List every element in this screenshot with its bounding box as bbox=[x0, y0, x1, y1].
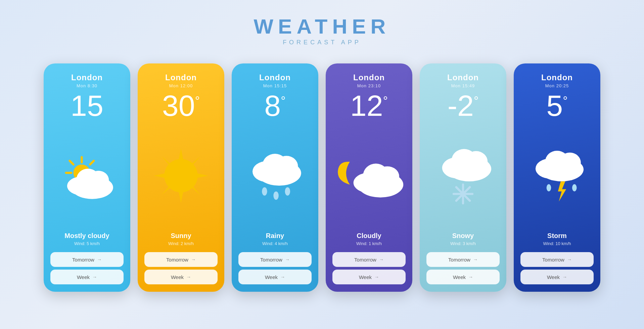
card-temp-4: 12° bbox=[350, 91, 388, 121]
card-buttons-2: Tomorrow → Week → bbox=[144, 252, 218, 284]
tomorrow-label-5: Tomorrow bbox=[448, 257, 470, 263]
svg-line-4 bbox=[70, 161, 74, 164]
tomorrow-arrow-6: → bbox=[567, 257, 572, 262]
card-condition-1: Mostly cloudy bbox=[64, 232, 109, 240]
svg-point-25 bbox=[275, 156, 298, 177]
svg-point-47 bbox=[572, 184, 577, 192]
card-condition-3: Rainy bbox=[266, 232, 284, 240]
weather-card-5: London Mon 15:49 -2° Snowy Wind: 3 km/h bbox=[420, 63, 506, 292]
svg-marker-48 bbox=[558, 182, 566, 202]
card-condition-6: Storm bbox=[547, 232, 567, 240]
card-buttons-1: Tomorrow → Week → bbox=[50, 252, 124, 284]
svg-point-36 bbox=[465, 151, 488, 172]
svg-line-6 bbox=[90, 161, 94, 164]
card-buttons-6: Tomorrow → Week → bbox=[520, 252, 594, 284]
card-wind-3: Wind: 4 km/h bbox=[262, 241, 288, 246]
tomorrow-button-4[interactable]: Tomorrow → bbox=[332, 252, 406, 267]
tomorrow-label-3: Tomorrow bbox=[260, 257, 282, 263]
week-arrow-3: → bbox=[280, 274, 285, 280]
card-buttons-5: Tomorrow → Week → bbox=[426, 252, 500, 284]
card-city-3: London bbox=[259, 73, 291, 82]
tomorrow-arrow-4: → bbox=[379, 257, 384, 262]
weather-icon-cloudy-moon bbox=[332, 121, 406, 231]
tomorrow-label-1: Tomorrow bbox=[72, 257, 94, 263]
weather-card-2: London Mon 12:00 30° Sunny Wind: 2 km/h bbox=[138, 63, 224, 292]
card-city-2: London bbox=[165, 73, 197, 82]
week-button-1[interactable]: Week → bbox=[50, 270, 124, 284]
week-button-4[interactable]: Week → bbox=[332, 270, 406, 284]
tomorrow-label-2: Tomorrow bbox=[166, 257, 188, 263]
card-wind-5: Wind: 3 km/h bbox=[450, 241, 476, 246]
card-wind-6: Wind: 10 km/h bbox=[543, 241, 571, 246]
svg-point-32 bbox=[375, 167, 399, 187]
card-wind-4: Wind: 1 km/h bbox=[356, 241, 382, 246]
svg-point-41 bbox=[460, 191, 466, 197]
weather-icon-snowy bbox=[426, 121, 500, 231]
app-title: WEATHER bbox=[254, 16, 390, 37]
svg-point-46 bbox=[547, 184, 551, 192]
week-label-3: Week bbox=[265, 274, 278, 280]
week-button-5[interactable]: Week → bbox=[426, 270, 500, 284]
card-temp-1: 15 bbox=[71, 91, 103, 121]
weather-card-6: London Mon 20:25 5° Storm Wind: 10 km/h … bbox=[514, 63, 600, 292]
card-condition-2: Sunny bbox=[171, 232, 191, 240]
card-city-5: London bbox=[447, 73, 479, 82]
weather-icon-sun bbox=[144, 121, 218, 231]
weather-icon-sunny-cloud bbox=[50, 121, 124, 231]
tomorrow-arrow-5: → bbox=[473, 257, 478, 262]
card-wind-1: Wind: 5 km/h bbox=[74, 241, 100, 246]
tomorrow-button-3[interactable]: Tomorrow → bbox=[238, 252, 312, 267]
week-button-6[interactable]: Week → bbox=[520, 270, 594, 284]
week-button-3[interactable]: Week → bbox=[238, 270, 312, 284]
tomorrow-label-6: Tomorrow bbox=[542, 257, 564, 263]
week-label-2: Week bbox=[171, 274, 184, 280]
week-arrow-4: → bbox=[374, 274, 379, 280]
card-city-4: London bbox=[353, 73, 385, 82]
svg-point-28 bbox=[285, 187, 290, 195]
week-label-6: Week bbox=[547, 274, 560, 280]
svg-point-12 bbox=[88, 171, 109, 190]
week-label-5: Week bbox=[453, 274, 466, 280]
weather-card-4: London Mon 23:10 12° Cloudly Wind: 1 km/… bbox=[326, 63, 412, 292]
card-city-6: London bbox=[541, 73, 573, 82]
card-condition-4: Cloudly bbox=[357, 232, 381, 240]
app-subtitle: FORECAST APP bbox=[254, 39, 390, 46]
page-header: WEATHER FORECAST APP bbox=[254, 16, 390, 46]
week-arrow-6: → bbox=[562, 274, 567, 280]
tomorrow-button-2[interactable]: Tomorrow → bbox=[144, 252, 218, 267]
card-city-1: London bbox=[71, 73, 103, 82]
tomorrow-button-6[interactable]: Tomorrow → bbox=[520, 252, 594, 267]
svg-point-27 bbox=[273, 191, 279, 200]
tomorrow-arrow-1: → bbox=[97, 257, 102, 262]
svg-point-26 bbox=[262, 187, 267, 195]
tomorrow-arrow-2: → bbox=[191, 257, 196, 262]
weather-card-3: London Mon 15:15 8° Rainy Wind: 4 km/h T… bbox=[232, 63, 318, 292]
tomorrow-label-4: Tomorrow bbox=[354, 257, 376, 263]
card-time-5: Mon 15:49 bbox=[451, 83, 475, 88]
card-temp-5: -2° bbox=[448, 91, 479, 121]
cards-container: London Mon 8:30 15 bbox=[44, 63, 600, 292]
tomorrow-arrow-3: → bbox=[285, 257, 290, 262]
card-temp-6: 5° bbox=[546, 91, 567, 121]
card-time-6: Mon 20:25 bbox=[545, 83, 569, 88]
card-time-3: Mon 15:15 bbox=[263, 83, 287, 88]
card-time-2: Mon 12:00 bbox=[169, 83, 193, 88]
card-buttons-3: Tomorrow → Week → bbox=[238, 252, 312, 284]
svg-point-21 bbox=[164, 159, 198, 192]
week-label-4: Week bbox=[359, 274, 372, 280]
card-time-4: Mon 23:10 bbox=[357, 83, 381, 88]
week-label-1: Week bbox=[77, 274, 90, 280]
week-arrow-2: → bbox=[186, 274, 191, 280]
card-temp-3: 8° bbox=[264, 91, 285, 121]
weather-card-1: London Mon 8:30 15 bbox=[44, 63, 130, 292]
card-condition-5: Snowy bbox=[452, 232, 474, 240]
weather-icon-rainy bbox=[238, 121, 312, 231]
tomorrow-button-5[interactable]: Tomorrow → bbox=[426, 252, 500, 267]
weather-icon-storm bbox=[520, 121, 594, 231]
svg-point-45 bbox=[559, 153, 581, 173]
card-buttons-4: Tomorrow → Week → bbox=[332, 252, 406, 284]
card-wind-2: Wind: 2 km/h bbox=[168, 241, 194, 246]
card-time-1: Mon 8:30 bbox=[77, 83, 97, 88]
week-button-2[interactable]: Week → bbox=[144, 270, 218, 284]
tomorrow-button-1[interactable]: Tomorrow → bbox=[50, 252, 124, 267]
